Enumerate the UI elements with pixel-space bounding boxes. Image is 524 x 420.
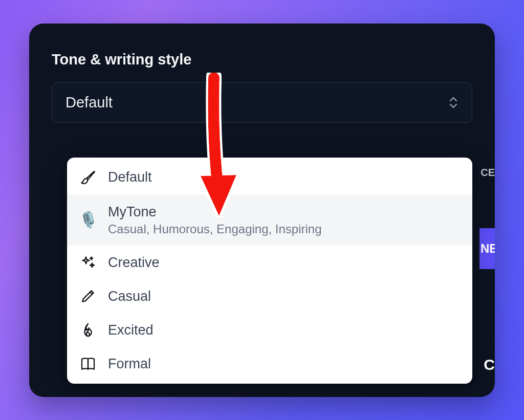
bg-fragment-lower: C — [484, 356, 495, 373]
fire-icon — [79, 321, 97, 339]
tone-option-formal[interactable]: Formal — [67, 347, 472, 381]
tone-option-mytone[interactable]: 🎙️ MyTone Casual, Humorous, Engaging, In… — [67, 194, 472, 246]
option-label: Casual — [108, 288, 151, 304]
tone-select-trigger[interactable]: Default — [52, 82, 472, 123]
mic-icon: 🎙️ — [79, 211, 97, 229]
option-label: Default — [108, 169, 152, 185]
option-label: Formal — [108, 356, 151, 372]
option-label: Excited — [108, 322, 154, 338]
tone-dropdown: Default 🎙️ MyTone Casual, Humorous, Enga… — [67, 158, 472, 384]
sparkles-icon — [79, 254, 97, 271]
settings-card: CE NE C Tone & writing style Default Def… — [29, 24, 495, 397]
brush-icon — [79, 169, 97, 186]
tone-option-default[interactable]: Default — [67, 161, 472, 194]
section-title: Tone & writing style — [52, 51, 472, 68]
pencil-icon — [79, 288, 97, 305]
book-icon — [79, 355, 97, 372]
tone-option-excited[interactable]: Excited — [67, 313, 472, 347]
bg-button-fragment: NE — [479, 228, 495, 269]
option-label: Creative — [108, 254, 160, 271]
tone-select-value: Default — [66, 94, 113, 111]
chevron-up-down-icon — [448, 96, 458, 109]
option-subtitle: Casual, Humorous, Engaging, Inspiring — [108, 222, 322, 236]
option-label: MyTone — [108, 204, 322, 220]
bg-fragment-upper: CE — [481, 167, 495, 179]
tone-option-casual[interactable]: Casual — [67, 279, 472, 313]
tone-option-creative[interactable]: Creative — [67, 246, 472, 279]
